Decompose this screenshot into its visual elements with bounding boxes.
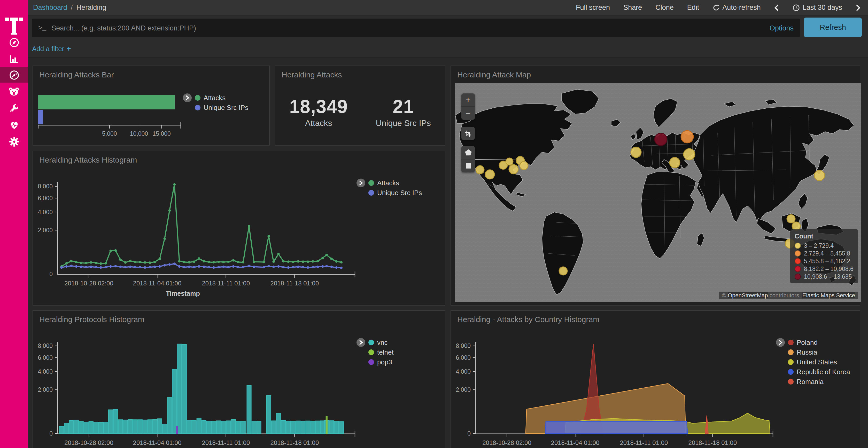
attack-marker[interactable] xyxy=(681,131,693,143)
svg-text:15,000: 15,000 xyxy=(152,130,170,137)
elastic-maps-link[interactable]: Elastic Maps Service xyxy=(802,292,855,298)
legend-item[interactable]: United States xyxy=(788,358,850,366)
attack-marker[interactable] xyxy=(787,215,795,223)
legend-color-dot xyxy=(788,349,794,355)
map-legend: Count 3 – 2,729.42,729.4 – 5,455.85,455.… xyxy=(790,229,858,283)
sidebar-item-management[interactable] xyxy=(0,133,28,150)
add-filter-link[interactable]: Add a filter+ xyxy=(32,44,71,53)
legend-item[interactable]: pop3 xyxy=(368,358,394,366)
legend-item[interactable]: Unique Src IPs xyxy=(368,189,422,197)
svg-text:0: 0 xyxy=(49,430,53,437)
options-link[interactable]: Options xyxy=(770,24,794,32)
legend-toggle-button[interactable] xyxy=(356,338,365,347)
legend-label: Attacks xyxy=(377,179,399,187)
crop-bounds-button[interactable] xyxy=(461,127,475,140)
svg-text:8,000: 8,000 xyxy=(38,342,53,349)
gauge-icon xyxy=(8,69,20,80)
sidebar-item-dashboard[interactable] xyxy=(0,67,28,82)
legend-color-dot xyxy=(368,349,374,355)
metric-value: 18,349 xyxy=(289,96,348,118)
map-legend-item: 10,908.6 – 13,635 xyxy=(795,274,854,280)
svg-text:0: 0 xyxy=(467,430,471,437)
panel-title: Heralding Attack Map xyxy=(457,70,531,79)
attack-marker[interactable] xyxy=(631,147,641,158)
legend-color-dot xyxy=(195,95,200,101)
bar-chart-icon xyxy=(8,54,20,64)
attack-marker[interactable] xyxy=(814,170,825,181)
sidebar-item-monitoring[interactable] xyxy=(0,117,28,133)
panel-protocols-histogram: Heralding Protocols Histogram 02,0004,00… xyxy=(33,310,445,448)
svg-text:6,000: 6,000 xyxy=(38,195,53,202)
share-button[interactable]: Share xyxy=(623,4,642,11)
full-screen-button[interactable]: Full screen xyxy=(576,4,610,11)
svg-text:2018-11-11 01:00: 2018-11-11 01:00 xyxy=(202,280,250,287)
legend-toggle-button[interactable] xyxy=(776,338,785,347)
breadcrumb-dashboard-link[interactable]: Dashboard xyxy=(33,4,67,11)
attack-marker[interactable] xyxy=(655,133,667,145)
legend-label: Republic of Korea xyxy=(797,368,850,376)
legend-item[interactable]: Poland xyxy=(788,339,850,346)
attack-marker[interactable] xyxy=(509,165,518,174)
legend-item[interactable]: telnet xyxy=(368,348,394,356)
panel-title: Heralding - Attacks by Country Histogram xyxy=(457,315,599,323)
time-range-picker[interactable]: Last 30 days xyxy=(793,4,842,11)
attack-marker[interactable] xyxy=(476,166,484,174)
protocols-histogram-chart[interactable]: 02,0004,0006,0008,0002018-10-28 02:00201… xyxy=(33,311,445,448)
attack-marker[interactable] xyxy=(559,267,567,275)
legend: AttacksUnique Src IPs xyxy=(356,179,422,197)
metric-attacks: 18,349 Attacks xyxy=(289,96,348,128)
svg-text:2018-10-28 02:00: 2018-10-28 02:00 xyxy=(64,439,114,446)
legend-item[interactable]: Romania xyxy=(788,378,850,385)
sidebar-item-devtools[interactable] xyxy=(0,100,28,117)
refresh-button[interactable]: Refresh xyxy=(804,18,862,37)
openstreetmap-link[interactable]: OpenStreetMap xyxy=(728,292,768,298)
attacks-histogram-chart[interactable]: 02,0004,0006,0008,0002018-10-28 02:00201… xyxy=(33,151,445,305)
legend-label: Romania xyxy=(797,378,824,385)
svg-text:2018-11-04 01:00: 2018-11-04 01:00 xyxy=(133,439,182,446)
map-legend-color-dot xyxy=(795,274,801,280)
map-legend-color-dot xyxy=(795,266,801,272)
zoom-out-button[interactable]: − xyxy=(461,107,475,120)
legend-item[interactable]: vnc xyxy=(368,339,394,346)
attack-marker[interactable] xyxy=(670,158,680,168)
map-draw-controls xyxy=(461,146,475,172)
attack-marker[interactable] xyxy=(684,149,695,160)
panel-attack-map: Heralding Attack Map xyxy=(451,66,860,306)
map-legend-color-dot xyxy=(795,258,801,264)
draw-rectangle-button[interactable] xyxy=(461,160,475,172)
time-forward-button[interactable] xyxy=(856,4,861,11)
legend-toggle-button[interactable] xyxy=(356,179,365,187)
attack-marker[interactable] xyxy=(485,170,494,179)
map-legend-item: 8,182.2 – 10,908.6 xyxy=(795,266,854,272)
terminal-prompt-icon: >_ xyxy=(38,24,46,32)
sidebar-item-tpot[interactable] xyxy=(0,83,28,100)
map-legend-color-dot xyxy=(795,250,801,256)
legend-toggle-button[interactable] xyxy=(183,94,192,102)
time-back-button[interactable] xyxy=(774,4,779,11)
svg-text:2018-11-04 01:00: 2018-11-04 01:00 xyxy=(133,280,182,287)
attack-marker[interactable] xyxy=(520,162,528,170)
sidebar-item-visualize[interactable] xyxy=(0,50,28,67)
legend-item[interactable]: Attacks xyxy=(368,179,422,187)
edit-button[interactable]: Edit xyxy=(687,4,699,11)
attack-marker[interactable] xyxy=(506,158,513,165)
legend-item[interactable]: Unique Src IPs xyxy=(195,104,248,111)
panel-attacks-bar: Heralding Attacks Bar 5,00010,00015,000 … xyxy=(33,66,270,145)
search-input[interactable]: >_ Search... (e.g. status:200 AND extens… xyxy=(32,19,800,37)
panel-title: Heralding Attacks xyxy=(282,70,342,79)
svg-text:2,000: 2,000 xyxy=(456,386,471,393)
legend-item[interactable]: Republic of Korea xyxy=(788,368,850,376)
legend-item[interactable]: Attacks xyxy=(195,94,248,102)
pentagon-icon xyxy=(464,149,472,157)
legend-item[interactable]: Russia xyxy=(788,348,850,356)
auto-refresh-button[interactable]: Auto-refresh xyxy=(712,4,761,11)
sidebar-item-discover[interactable] xyxy=(0,34,28,50)
zoom-in-button[interactable]: + xyxy=(461,94,475,107)
map-legend-label: 3 – 2,729.4 xyxy=(804,243,834,249)
attacks-bar-chart[interactable]: 5,00010,00015,000 xyxy=(35,76,190,143)
metric-label: Unique Src IPs xyxy=(376,119,431,128)
clone-button[interactable]: Clone xyxy=(655,4,674,11)
world-map[interactable]: + − Count xyxy=(455,83,861,302)
svg-text:2018-11-11 01:00: 2018-11-11 01:00 xyxy=(202,439,250,446)
draw-polygon-button[interactable] xyxy=(461,146,475,160)
